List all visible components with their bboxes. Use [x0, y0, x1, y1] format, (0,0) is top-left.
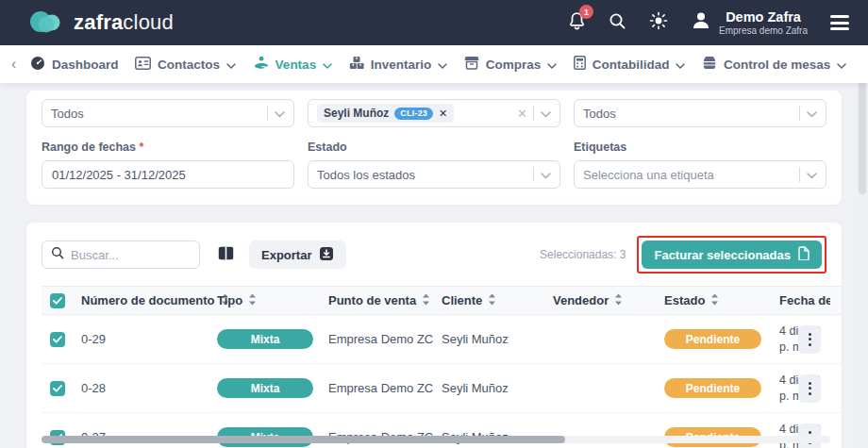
etiquetas-label: Etiquetas	[574, 141, 826, 154]
row-actions-kebab-icon[interactable]	[798, 374, 821, 403]
highlight-box: Facturar seleccionadas	[637, 236, 826, 274]
client-chip: Seyli Muñoz CLI-23 ✕	[317, 104, 454, 123]
date-range-label: Rango de fechas *	[42, 141, 294, 154]
vertical-scrollbar[interactable]	[856, 45, 868, 448]
column-header-documento[interactable]: Número de documento	[74, 293, 209, 308]
sort-icon	[422, 293, 430, 308]
brand-name: zafracloud	[74, 10, 174, 35]
search-field	[42, 241, 200, 269]
cliente: Seyli Muñoz	[434, 381, 545, 395]
sort-icon	[248, 293, 257, 308]
column-header-fecha-emision[interactable]: Fecha de emisión	[772, 293, 830, 307]
doc-number: 0-28	[74, 381, 209, 395]
punto-de-venta: Empresa Demo ZC	[321, 332, 434, 346]
dashboard-icon	[30, 56, 45, 74]
sun-icon	[649, 11, 668, 34]
column-header-cliente[interactable]: Cliente	[434, 293, 545, 308]
chevron-down-icon	[323, 58, 332, 72]
hamburger-menu-icon[interactable]	[830, 15, 849, 30]
table-row[interactable]: 0-29 Mixta Empresa Demo ZC Seyli Muñoz P…	[42, 315, 842, 364]
chevron-down-icon	[676, 58, 685, 72]
punto-de-venta: Empresa Demo ZC	[321, 381, 434, 395]
brand-logo[interactable]: zafracloud	[28, 8, 174, 37]
nav-item-ventas[interactable]: Ventas	[253, 56, 333, 73]
columns-icon	[218, 246, 234, 264]
chevron-down-icon	[438, 58, 447, 72]
column-header-punto-de-venta[interactable]: Punto de venta	[321, 293, 434, 308]
chevron-down-icon	[807, 107, 817, 121]
sort-icon	[710, 293, 719, 308]
contacts-icon	[135, 57, 151, 73]
pos-select[interactable]: Todos	[574, 99, 826, 127]
accounting-icon	[574, 56, 586, 73]
search-input[interactable]	[71, 248, 191, 262]
filters-panel: Todos Seyli Muñoz CLI-23 ✕ ✕ Todos	[26, 91, 842, 205]
chevron-down-icon	[837, 58, 846, 72]
chevron-down-icon	[226, 58, 236, 72]
tipo-badge: Mixta	[217, 329, 313, 349]
nav-item-control-de-mesas[interactable]: Control de mesas	[702, 57, 846, 73]
chevron-down-icon	[541, 107, 551, 121]
cloud-logo-icon	[28, 8, 66, 37]
nav-item-inventario[interactable]: Inventario	[349, 56, 448, 73]
column-header-tipo[interactable]: Tipo	[209, 293, 321, 308]
estado-badge: Pendiente	[664, 378, 761, 398]
select-all-checkbox[interactable]	[50, 293, 65, 308]
chip-remove-icon[interactable]: ✕	[439, 108, 447, 120]
client-code-badge: CLI-23	[394, 108, 433, 120]
doc-number: 0-29	[74, 332, 209, 346]
row-checkbox[interactable]	[50, 381, 65, 396]
client-select[interactable]: Seyli Muñoz CLI-23 ✕ ✕	[308, 99, 560, 127]
sort-icon	[488, 293, 496, 308]
user-menu[interactable]: Demo Zafra Empresa demo Zafra	[691, 8, 808, 38]
search-icon	[609, 12, 626, 34]
etiquetas-select[interactable]: Selecciona una etiqueta	[574, 160, 826, 189]
column-header-estado[interactable]: Estado	[657, 293, 772, 308]
sales-icon	[253, 56, 269, 73]
nav-item-compras[interactable]: Compras	[464, 56, 558, 73]
tipo-badge: Mixta	[217, 378, 313, 398]
export-icon	[319, 246, 334, 264]
theme-toggle-button[interactable]	[649, 11, 668, 34]
table-header-row: Número de documento Tipo Punto de venta …	[42, 286, 842, 315]
selected-count-label: Seleccionadas: 3	[540, 248, 626, 261]
chevron-down-icon	[275, 107, 285, 121]
purchases-icon	[464, 56, 479, 73]
estado-select[interactable]: Todos los estados	[308, 160, 560, 189]
app-header: zafracloud 1 Demo Zafra Empresa demo Z	[0, 0, 868, 45]
sort-icon	[614, 293, 623, 308]
cliente: Seyli Muñoz	[434, 332, 545, 346]
chevron-down-icon	[541, 168, 551, 182]
horizontal-scrollbar[interactable]	[42, 436, 830, 443]
nav-item-dashboard[interactable]: Dashboard	[30, 56, 119, 74]
columns-toggle-button[interactable]	[211, 241, 240, 269]
export-button[interactable]: Exportar	[249, 241, 346, 269]
date-range-input[interactable]: 01/12/2025 - 31/12/2025	[42, 160, 294, 189]
nav-item-contactos[interactable]: Contactos	[135, 57, 236, 73]
user-avatar-icon	[691, 10, 711, 35]
documents-table: Número de documento Tipo Punto de venta …	[42, 286, 842, 448]
invoice-selected-button[interactable]: Facturar seleccionadas	[642, 241, 822, 269]
search-icon	[51, 246, 64, 263]
notifications-button[interactable]: 1	[568, 11, 586, 34]
nav-item-contabilidad[interactable]: Contabilidad	[574, 56, 686, 73]
chevron-down-icon	[807, 168, 817, 182]
nav-scroll-left-icon[interactable]: ‹	[6, 56, 22, 73]
document-type-select[interactable]: Todos	[42, 99, 294, 127]
chevron-down-icon	[547, 58, 557, 72]
documents-panel: Exportar Seleccionadas: 3 Facturar selec…	[26, 223, 842, 448]
user-name: Demo Zafra	[726, 8, 801, 25]
column-header-vendedor[interactable]: Vendedor	[545, 293, 657, 308]
row-actions-kebab-icon[interactable]	[798, 325, 821, 354]
main-nav: ‹ Dashboard Contactos Ventas Inventario …	[0, 45, 868, 83]
estado-label: Estado	[308, 141, 560, 154]
inventory-icon	[349, 56, 364, 73]
invoice-document-icon	[798, 246, 810, 263]
notification-badge: 1	[579, 5, 593, 19]
table-row[interactable]: 0-28 Mixta Empresa Demo ZC Seyli Muñoz P…	[42, 364, 842, 413]
row-checkbox[interactable]	[50, 332, 65, 347]
horizontal-scrollbar-thumb[interactable]	[42, 436, 565, 443]
clear-selection-icon[interactable]: ✕	[517, 107, 527, 121]
tables-icon	[702, 57, 717, 73]
search-button[interactable]	[609, 12, 626, 34]
